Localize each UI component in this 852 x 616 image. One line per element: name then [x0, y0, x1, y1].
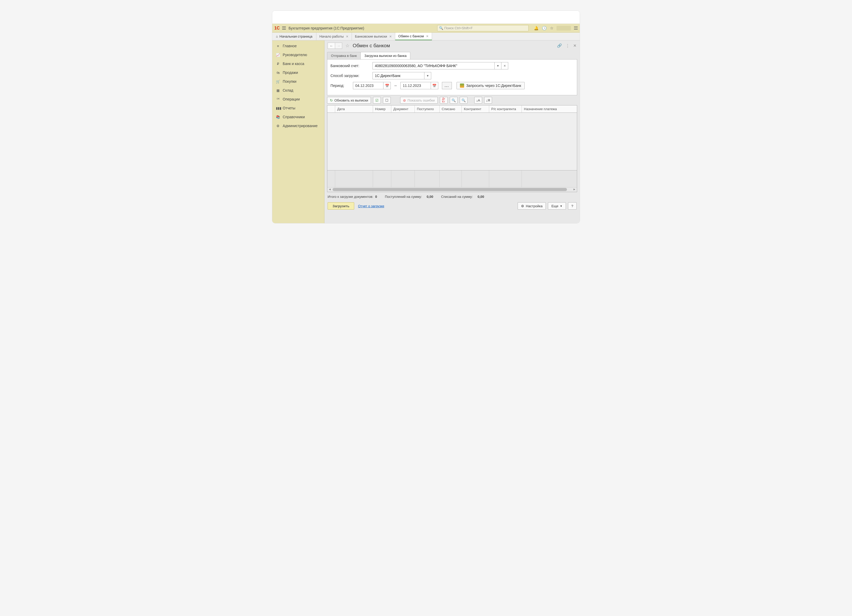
sidebar-item-label: Склад [283, 88, 293, 92]
sort-asc-button[interactable]: ↓А [474, 97, 482, 104]
report-link[interactable]: Отчет о загрузке [358, 204, 384, 208]
sort-desc-button[interactable]: ↓Я [484, 97, 492, 104]
sidebar-item-main[interactable]: ≡Главное [272, 41, 324, 50]
tab-bank-statements[interactable]: Банковские выписки ✕ [352, 33, 395, 40]
dropdown-icon[interactable]: ▼ [424, 72, 431, 79]
sidebar-item-sales[interactable]: 🛍Продажи [272, 68, 324, 77]
sidebar-item-label: Справочники [283, 115, 305, 119]
load-button[interactable]: Загрузить [328, 202, 354, 210]
table-toolbar: ↻Обновить из выписки ☑ ☐ ⊘Показать ошибк… [325, 95, 580, 105]
sidebar-item-admin[interactable]: ⚙Администрирование [272, 121, 324, 130]
subtab-load[interactable]: Загрузка выписки из банка [361, 52, 410, 59]
nav-forward-button[interactable]: → [335, 42, 342, 49]
user-block[interactable] [556, 26, 571, 30]
close-icon[interactable]: ✕ [346, 35, 349, 38]
tab-label: Обмен с банком [398, 34, 424, 38]
date-from-value: 04.12.2023 [353, 83, 383, 88]
bell-icon[interactable]: 🔔 [534, 26, 539, 30]
th-outcome[interactable]: Списано [440, 106, 462, 113]
sidebar-item-directories[interactable]: 📚Справочники [272, 113, 324, 121]
sidebar-item-purchases[interactable]: 🛒Покупки [272, 77, 324, 86]
clear-icon[interactable]: ✕ [501, 62, 508, 69]
nav-sidebar: ≡Главное 📈Руководителю ₽Банк и касса 🛍Пр… [272, 41, 325, 223]
document-tabs: ⌂ Начальная страница Начало работы ✕ Бан… [272, 33, 580, 41]
period-label: Период: [331, 83, 351, 88]
refresh-button[interactable]: ↻Обновить из выписки [327, 97, 371, 104]
sidebar-item-reports[interactable]: ▮▮▮Отчеты [272, 104, 324, 113]
tab-home-label: Начальная страница [279, 35, 313, 38]
date-from-input[interactable]: 04.12.2023 📅 [353, 82, 391, 89]
cart-icon: 🛒 [276, 80, 280, 83]
chart-icon: 📈 [276, 53, 280, 57]
tab-start[interactable]: Начало работы ✕ [316, 33, 352, 40]
request-directbank-button[interactable]: Запросить через 1С:ДиректБанк [456, 82, 525, 89]
th-purpose[interactable]: Назначение платежа [522, 106, 577, 113]
gear-icon: ⚙ [521, 204, 524, 208]
main-menu-icon[interactable] [282, 27, 286, 30]
period-select-button[interactable]: ... [442, 82, 452, 89]
sidebar-item-manager[interactable]: 📈Руководителю [272, 50, 324, 59]
scrollbar-thumb[interactable] [332, 188, 567, 191]
check-icon: ☑ [375, 98, 379, 102]
dtkt-button[interactable]: ДтКт [440, 97, 448, 104]
find-button[interactable]: 🔍 [450, 97, 458, 104]
global-search-input[interactable]: 🔍 Поиск Ctrl+Shift+F [437, 25, 529, 31]
th-date[interactable]: Дата [335, 106, 373, 113]
tab-home[interactable]: ⌂ Начальная страница [272, 33, 316, 40]
in-label: Поступлений на сумму: [385, 195, 422, 199]
grid-icon: ▦ [276, 89, 280, 92]
sidebar-item-bank[interactable]: ₽Банк и касса [272, 59, 324, 68]
link-icon[interactable]: 🔗 [557, 43, 562, 48]
dk-icon: ᴰᴷ [276, 97, 280, 101]
page-title: Обмен с банком [353, 43, 390, 48]
close-icon[interactable]: ✕ [389, 35, 392, 38]
dropdown-icon[interactable]: ▼ [494, 62, 501, 69]
nav-back-button[interactable]: ← [328, 42, 335, 49]
tab-label: Начало работы [319, 35, 344, 38]
subtab-send[interactable]: Отправка в банк [327, 52, 361, 59]
close-panel-icon[interactable]: ✕ [573, 43, 577, 48]
calendar-icon[interactable]: 📅 [431, 82, 438, 89]
star-icon[interactable]: ☆ [550, 26, 553, 30]
refresh-icon: ↻ [330, 98, 333, 102]
help-button[interactable]: ? [568, 202, 577, 210]
action-footer: Загрузить Отчет о загрузке ⚙Настройка Ещ… [325, 201, 580, 213]
table-body-empty [327, 113, 577, 170]
show-errors-button[interactable]: ⊘Показать ошибки [400, 97, 438, 104]
check-all-button[interactable]: ☑ [373, 97, 381, 104]
favorite-icon[interactable]: ☆ [345, 43, 349, 48]
th-income[interactable]: Поступило [415, 106, 440, 113]
window-menu-icon[interactable] [574, 27, 578, 30]
horizontal-scrollbar[interactable] [327, 187, 577, 192]
history-icon[interactable]: 🕓 [542, 26, 547, 30]
app-window: 1C Бухгалтерия предприятия (1С:Предприят… [272, 11, 580, 223]
settings-button[interactable]: ⚙Настройка [518, 202, 546, 210]
kebab-icon[interactable]: ⋮ [566, 43, 570, 48]
out-label: Списаний на сумму: [441, 195, 473, 199]
th-counterparty[interactable]: Контрагент [462, 106, 489, 113]
th-account[interactable]: Р/с контрагента [489, 106, 522, 113]
sidebar-item-operations[interactable]: ᴰᴷОперации [272, 95, 324, 104]
th-document[interactable]: Документ [391, 106, 415, 113]
home-icon: ⌂ [276, 35, 278, 38]
calendar-icon[interactable]: 📅 [383, 82, 391, 89]
account-input[interactable]: 40802810900000063580, АО "ТИНЬКОФФ БАНК"… [373, 62, 508, 69]
subtabs: Отправка в банк Загрузка выписки из банк… [325, 51, 580, 59]
sidebar-item-label: Продажи [283, 71, 298, 75]
more-button[interactable]: Еще▼ [548, 202, 566, 210]
docs-label: Итого к загрузке документов: [328, 195, 373, 199]
th-check[interactable] [327, 106, 335, 113]
method-value: 1С:ДиректБанк [373, 74, 424, 78]
account-label: Банковский счет: [331, 64, 371, 68]
sidebar-item-label: Администрирование [283, 124, 318, 128]
th-number[interactable]: Номер [373, 106, 391, 113]
clear-find-button[interactable]: 🔍 [460, 97, 467, 104]
method-input[interactable]: 1С:ДиректБанк ▼ [373, 72, 431, 79]
sidebar-item-warehouse[interactable]: ▦Склад [272, 86, 324, 95]
uncheck-all-button[interactable]: ☐ [383, 97, 391, 104]
content-header: ← → ☆ Обмен с банком 🔗 ⋮ ✕ [325, 41, 580, 51]
sidebar-item-label: Главное [283, 44, 297, 48]
date-to-input[interactable]: 11.12.2023 📅 [400, 82, 438, 89]
tab-bank-exchange[interactable]: Обмен с банком ✕ [395, 33, 432, 40]
close-icon[interactable]: ✕ [426, 35, 429, 38]
